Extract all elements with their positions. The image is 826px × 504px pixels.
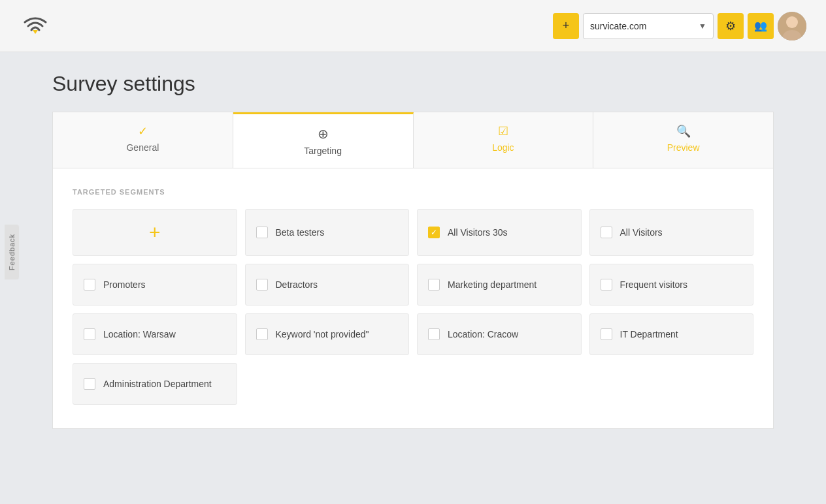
segment-beta-testers-label: Beta testers <box>276 227 325 238</box>
tab-targeting-label: Targeting <box>304 146 342 156</box>
checkmark-box-icon: ☑ <box>498 124 508 138</box>
checkbox-marketing-dept[interactable] <box>428 279 440 291</box>
tab-preview-label: Preview <box>667 142 700 153</box>
segment-administration-dept-label: Administration Department <box>103 379 212 389</box>
segment-all-visitors[interactable]: All Visitors <box>589 209 754 256</box>
segment-location-warsaw[interactable]: Location: Warsaw <box>73 313 237 355</box>
checkbox-keyword-not-provided[interactable] <box>256 328 268 340</box>
checkbox-location-cracow[interactable] <box>428 328 440 340</box>
segment-location-cracow[interactable]: Location: Cracow <box>417 313 582 355</box>
users-icon: 👥 <box>754 20 767 32</box>
page-title: Survey settings <box>52 72 774 96</box>
segment-it-department[interactable]: IT Department <box>589 313 754 355</box>
segment-location-cracow-label: Location: Cracow <box>448 329 518 339</box>
checkbox-administration-dept[interactable] <box>84 378 95 390</box>
segment-it-department-label: IT Department <box>620 329 678 339</box>
segment-keyword-not-provided-label: Keyword 'not provided" <box>276 329 369 339</box>
users-button[interactable]: 👥 <box>748 13 774 39</box>
segment-all-visitors-label: All Visitors <box>620 227 663 238</box>
checkbox-it-department[interactable] <box>601 328 612 340</box>
feedback-tab[interactable]: Feedback <box>5 225 19 279</box>
gear-icon: ⚙ <box>725 19 736 33</box>
segment-detractors-label: Detractors <box>276 279 318 290</box>
domain-selector[interactable]: survicate.com ▼ <box>583 13 714 39</box>
tabs-container: ✓ General ⊕ Targeting ☑ Logic 🔍 Preview <box>52 112 774 168</box>
domain-text: survicate.com <box>590 21 699 31</box>
checkbox-detractors[interactable] <box>256 279 268 291</box>
segment-administration-dept[interactable]: Administration Department <box>73 363 237 405</box>
segment-marketing-dept-label: Marketing department <box>448 279 537 290</box>
tab-logic[interactable]: ☑ Logic <box>414 112 594 168</box>
tab-targeting[interactable]: ⊕ Targeting <box>233 112 414 168</box>
segment-frequent-visitors[interactable]: Frequent visitors <box>589 264 754 306</box>
tab-preview[interactable]: 🔍 Preview <box>593 112 773 168</box>
segment-all-visitors-30s-label: All Visitors 30s <box>448 227 508 238</box>
segment-frequent-visitors-label: Frequent visitors <box>620 279 687 290</box>
tab-general[interactable]: ✓ General <box>53 112 233 168</box>
logo <box>20 10 51 42</box>
page-content: Survey settings ✓ General ⊕ Targeting ☑ … <box>0 52 826 449</box>
chevron-down-icon: ▼ <box>699 22 706 31</box>
segment-keyword-not-provided[interactable]: Keyword 'not provided" <box>245 313 410 355</box>
checkbox-promoters[interactable] <box>84 279 95 291</box>
navbar: + survicate.com ▼ ⚙ 👥 <box>0 0 826 52</box>
main-panel: TARGETED SEGMENTS + Beta testers ✓ All V… <box>52 168 774 429</box>
feedback-label: Feedback <box>8 234 16 270</box>
segment-location-warsaw-label: Location: Warsaw <box>103 329 176 339</box>
add-icon: + <box>149 221 161 244</box>
target-icon: ⊕ <box>318 126 329 142</box>
plus-icon: + <box>563 19 570 33</box>
logo-icon <box>20 10 51 42</box>
search-icon: 🔍 <box>676 124 691 138</box>
add-segment-button[interactable]: + <box>73 209 237 256</box>
checkbox-location-warsaw[interactable] <box>84 328 95 340</box>
avatar-image <box>778 12 806 40</box>
section-label: TARGETED SEGMENTS <box>73 188 753 196</box>
segment-all-visitors-30s[interactable]: ✓ All Visitors 30s <box>417 209 582 256</box>
check-icon: ✓ <box>138 124 148 138</box>
segment-beta-testers[interactable]: Beta testers <box>245 209 410 256</box>
svg-point-2 <box>786 16 798 28</box>
checkbox-all-visitors-30s[interactable]: ✓ <box>428 227 440 238</box>
add-site-button[interactable]: + <box>553 13 579 39</box>
checkbox-frequent-visitors[interactable] <box>601 279 612 291</box>
tab-logic-label: Logic <box>492 142 514 153</box>
checkbox-all-visitors[interactable] <box>601 227 612 238</box>
avatar[interactable] <box>778 12 806 40</box>
settings-button[interactable]: ⚙ <box>718 13 744 39</box>
nav-right: + survicate.com ▼ ⚙ 👥 <box>553 12 806 40</box>
tab-general-label: General <box>126 142 159 153</box>
svg-marker-0 <box>33 30 38 34</box>
segment-detractors[interactable]: Detractors <box>245 264 410 306</box>
checkbox-beta-testers[interactable] <box>256 227 268 238</box>
segment-promoters[interactable]: Promoters <box>73 264 237 306</box>
segment-marketing-dept[interactable]: Marketing department <box>417 264 582 306</box>
segments-grid: + Beta testers ✓ All Visitors 30s All Vi… <box>73 209 753 405</box>
segment-promoters-label: Promoters <box>103 279 146 290</box>
